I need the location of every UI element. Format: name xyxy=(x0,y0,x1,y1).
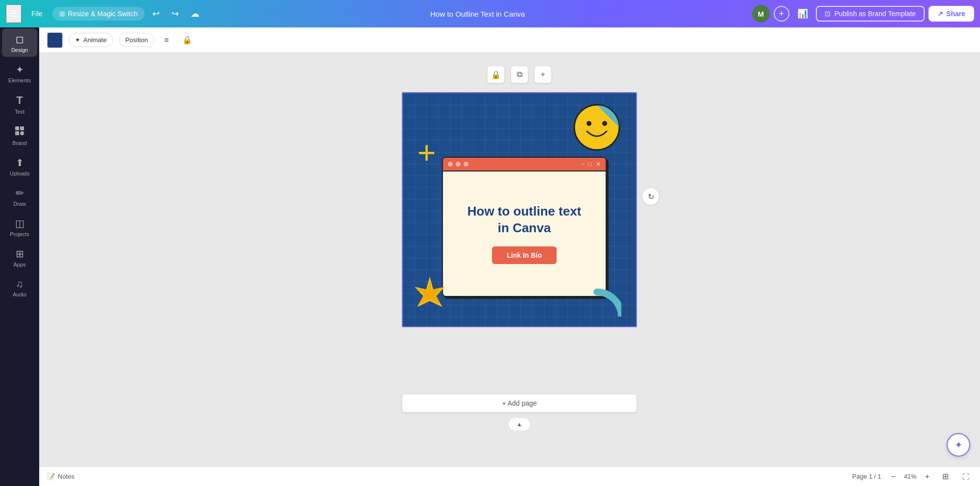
top-bar: ☰ File ⊞ Resize & Magic Switch ↩ ↪ ☁ How… xyxy=(0,0,980,27)
sidebar-item-audio[interactable]: ♫ Audio xyxy=(2,273,37,301)
sidebar-item-uploads[interactable]: ⬆ Uploads xyxy=(2,152,37,180)
grid-view-icon: ⊞ xyxy=(942,472,949,481)
rotate-button[interactable]: ↻ xyxy=(642,188,660,205)
publish-brand-template-button[interactable]: ⊡ Publish as Brand Template xyxy=(816,6,925,22)
grid-view-button[interactable]: ⊞ xyxy=(939,471,952,482)
document-title: How to Outline Text in Canva xyxy=(207,10,748,18)
brand-icon xyxy=(14,125,25,138)
browser-dot-2 xyxy=(456,162,461,167)
teal-arc-decoration xyxy=(587,282,621,316)
duplicate-canvas-button[interactable]: ⧉ xyxy=(511,66,528,83)
design-canvas[interactable]: + −□✕ How to outline t xyxy=(402,92,637,327)
undo-button[interactable]: ↩ xyxy=(148,5,164,22)
left-sidebar: ◻ Design ✦ Elements T Text Brand ⬆ Uploa… xyxy=(0,0,39,486)
elements-icon: ✦ xyxy=(16,64,24,75)
show-pages-button[interactable]: ▲ xyxy=(508,417,531,431)
animate-button[interactable]: ✦ Animate xyxy=(69,33,113,47)
design-icon: ◻ xyxy=(16,33,24,45)
sidebar-item-draw[interactable]: ✏ Draw xyxy=(2,182,37,211)
magic-ai-icon: ✦ xyxy=(955,439,963,451)
fullscreen-icon: ⛶ xyxy=(962,473,969,481)
canvas-area: 🔒 ⧉ + + −□✕ xyxy=(39,53,980,466)
uploads-icon: ⬆ xyxy=(16,157,24,169)
save-cloud-button[interactable]: ☁ xyxy=(187,5,203,22)
sidebar-item-projects[interactable]: ◫ Projects xyxy=(2,213,37,241)
sidebar-item-design[interactable]: ◻ Design xyxy=(2,28,37,57)
browser-dot-3 xyxy=(464,162,468,167)
canvas-top-controls: 🔒 ⧉ + xyxy=(487,66,552,83)
publish-icon: ⊡ xyxy=(825,10,831,18)
arrange-button[interactable]: ≡ xyxy=(160,33,172,48)
share-button[interactable]: ↗ Share xyxy=(929,6,974,22)
notes-button[interactable]: 📝 Notes xyxy=(47,473,74,480)
color-swatch[interactable] xyxy=(47,32,63,48)
svg-rect-2 xyxy=(15,131,19,135)
magic-ai-button[interactable]: ✦ xyxy=(947,433,970,457)
lock-canvas-button[interactable]: 🔒 xyxy=(487,66,505,83)
zoom-level: 41% xyxy=(902,473,919,480)
redo-button[interactable]: ↪ xyxy=(168,5,183,22)
add-page-button[interactable]: + Add page xyxy=(402,394,637,413)
text-icon: T xyxy=(16,94,23,107)
resize-icon: ⊞ xyxy=(59,10,65,18)
secondary-toolbar: ✦ Animate Position ≡ 🔒 xyxy=(39,27,980,53)
file-button[interactable]: File xyxy=(25,7,49,21)
link-in-bio-button[interactable]: Link In Bio xyxy=(492,246,557,264)
browser-controls: −□✕ xyxy=(581,161,601,168)
browser-dot-1 xyxy=(448,162,453,167)
browser-titlebar: −□✕ xyxy=(443,158,606,171)
browser-card: −□✕ How to outline text in Canva Link In… xyxy=(442,157,607,297)
browser-content: How to outline text in Canva Link In Bio xyxy=(443,171,606,296)
zoom-controls: − 41% + xyxy=(889,471,931,482)
analytics-icon: 📊 xyxy=(797,9,808,19)
sidebar-item-text[interactable]: T Text xyxy=(2,89,37,119)
draw-icon: ✏ xyxy=(16,187,24,199)
sidebar-item-elements[interactable]: ✦ Elements xyxy=(2,59,37,87)
add-collaborator-button[interactable]: + xyxy=(774,6,789,22)
svg-point-6 xyxy=(602,121,607,126)
arrange-icon: ≡ xyxy=(164,36,169,44)
projects-icon: ◫ xyxy=(15,218,24,229)
avatar[interactable]: M xyxy=(752,5,770,23)
analytics-button[interactable]: 📊 xyxy=(793,5,812,22)
audio-icon: ♫ xyxy=(16,278,24,290)
fullscreen-button[interactable]: ⛶ xyxy=(959,472,972,482)
share-icon: ↗ xyxy=(937,10,943,18)
smiley-face-decoration xyxy=(572,103,621,152)
add-canvas-button[interactable]: + xyxy=(534,66,552,83)
sunburst-decoration xyxy=(413,277,447,312)
svg-rect-1 xyxy=(20,126,24,130)
browser-card-title: How to outline text in Canva xyxy=(467,203,582,237)
apps-icon: ⊞ xyxy=(16,248,24,260)
sidebar-item-apps[interactable]: ⊞ Apps xyxy=(2,243,37,271)
yellow-plus-decoration: + xyxy=(417,137,436,169)
lock-icon: 🔒 xyxy=(182,36,192,44)
resize-magic-switch-button[interactable]: ⊞ Resize & Magic Switch xyxy=(52,7,145,21)
chevron-up-icon: ▲ xyxy=(516,421,522,428)
page-info: Page 1 / 1 xyxy=(852,473,881,480)
svg-point-3 xyxy=(20,131,24,135)
menu-icon[interactable]: ☰ xyxy=(6,4,22,23)
show-pages-bar: ▲ xyxy=(402,417,637,431)
notes-icon: 📝 xyxy=(47,473,55,480)
zoom-out-button[interactable]: − xyxy=(889,471,897,482)
zoom-in-button[interactable]: + xyxy=(923,471,931,482)
sidebar-item-brand[interactable]: Brand xyxy=(2,121,37,150)
status-bar: 📝 Notes Page 1 / 1 − 41% + ⊞ ⛶ xyxy=(39,466,980,486)
svg-rect-0 xyxy=(15,126,19,130)
svg-point-5 xyxy=(587,121,591,126)
lock-button[interactable]: 🔒 xyxy=(178,32,196,48)
position-button[interactable]: Position xyxy=(119,33,154,47)
animate-icon: ✦ xyxy=(75,36,80,44)
